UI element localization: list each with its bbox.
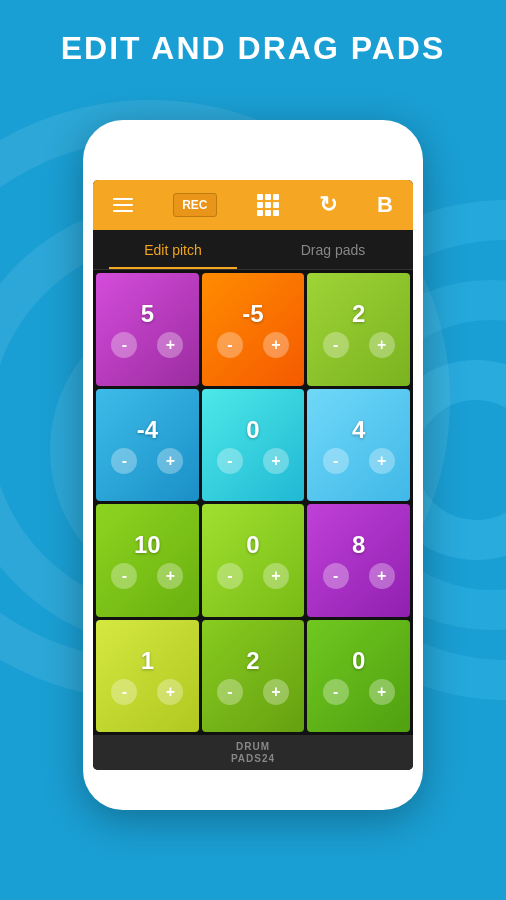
pad-2[interactable]: -5-+: [202, 273, 305, 386]
brand-line2: PADS24: [231, 753, 275, 764]
brand-text: DRUM PADS24: [231, 741, 275, 765]
pad-11[interactable]: 2-+: [202, 620, 305, 733]
pad-value-1: 5: [141, 300, 154, 328]
pad-controls-9: -+: [323, 563, 395, 589]
pad-1[interactable]: 5-+: [96, 273, 199, 386]
hamburger-line-1: [113, 198, 133, 200]
pad-minus-3[interactable]: -: [323, 332, 349, 358]
pad-minus-10[interactable]: -: [111, 679, 137, 705]
pad-value-2: -5: [242, 300, 263, 328]
pad-plus-3[interactable]: +: [369, 332, 395, 358]
bottom-bar: DRUM PADS24: [93, 735, 413, 770]
pad-value-10: 1: [141, 647, 154, 675]
pad-plus-7[interactable]: +: [157, 563, 183, 589]
grid-dot: [265, 194, 271, 200]
grid-dot: [273, 194, 279, 200]
page-title: EDIT AND DRAG PADS: [0, 30, 506, 67]
pad-plus-4[interactable]: +: [157, 448, 183, 474]
menu-button[interactable]: [113, 198, 133, 212]
pad-value-4: -4: [137, 416, 158, 444]
pad-minus-6[interactable]: -: [323, 448, 349, 474]
grid-dot: [273, 210, 279, 216]
pad-controls-11: -+: [217, 679, 289, 705]
pad-plus-8[interactable]: +: [263, 563, 289, 589]
pad-value-7: 10: [134, 531, 161, 559]
pad-8[interactable]: 0-+: [202, 504, 305, 617]
grid-dot: [265, 210, 271, 216]
hamburger-line-3: [113, 210, 133, 212]
pad-value-8: 0: [246, 531, 259, 559]
pad-6[interactable]: 4-+: [307, 389, 410, 502]
pad-controls-5: -+: [217, 448, 289, 474]
grid-dot: [257, 202, 263, 208]
grid-dot: [273, 202, 279, 208]
pad-9[interactable]: 8-+: [307, 504, 410, 617]
pad-7[interactable]: 10-+: [96, 504, 199, 617]
pad-value-11: 2: [246, 647, 259, 675]
tab-edit-pitch[interactable]: Edit pitch: [93, 230, 253, 269]
pad-value-12: 0: [352, 647, 365, 675]
pad-minus-9[interactable]: -: [323, 563, 349, 589]
pad-minus-12[interactable]: -: [323, 679, 349, 705]
pad-12[interactable]: 0-+: [307, 620, 410, 733]
pad-value-9: 8: [352, 531, 365, 559]
pad-controls-8: -+: [217, 563, 289, 589]
pad-plus-11[interactable]: +: [263, 679, 289, 705]
pad-value-5: 0: [246, 416, 259, 444]
pad-minus-1[interactable]: -: [111, 332, 137, 358]
hamburger-icon: [113, 198, 133, 212]
grid-button[interactable]: [257, 194, 279, 216]
tab-bar: Edit pitch Drag pads: [93, 230, 413, 270]
brand-line1: DRUM: [236, 741, 270, 752]
pad-plus-5[interactable]: +: [263, 448, 289, 474]
pad-4[interactable]: -4-+: [96, 389, 199, 502]
phone-screen: REC ↻ B Edit pitch Drag pads: [93, 180, 413, 770]
pad-plus-10[interactable]: +: [157, 679, 183, 705]
toolbar: REC ↻ B: [93, 180, 413, 230]
pad-minus-11[interactable]: -: [217, 679, 243, 705]
pad-plus-12[interactable]: +: [369, 679, 395, 705]
hamburger-line-2: [113, 204, 133, 206]
grid-dot: [265, 202, 271, 208]
phone-mockup: REC ↻ B Edit pitch Drag pads: [83, 120, 423, 810]
pad-plus-9[interactable]: +: [369, 563, 395, 589]
pad-controls-10: -+: [111, 679, 183, 705]
refresh-button[interactable]: ↻: [319, 192, 337, 218]
pad-controls-6: -+: [323, 448, 395, 474]
pad-controls-2: -+: [217, 332, 289, 358]
pad-minus-4[interactable]: -: [111, 448, 137, 474]
pads-grid: 5-+-5-+2-+-4-+0-+4-+10-+0-+8-+1-+2-+0-+: [93, 270, 413, 735]
pad-value-6: 4: [352, 416, 365, 444]
grid-icon: [257, 194, 279, 216]
rec-button[interactable]: REC: [173, 193, 216, 217]
pad-plus-6[interactable]: +: [369, 448, 395, 474]
pad-minus-7[interactable]: -: [111, 563, 137, 589]
pad-5[interactable]: 0-+: [202, 389, 305, 502]
pad-controls-12: -+: [323, 679, 395, 705]
pad-plus-1[interactable]: +: [157, 332, 183, 358]
pad-minus-5[interactable]: -: [217, 448, 243, 474]
pad-value-3: 2: [352, 300, 365, 328]
pad-minus-8[interactable]: -: [217, 563, 243, 589]
grid-dot: [257, 194, 263, 200]
pad-controls-4: -+: [111, 448, 183, 474]
tab-drag-pads[interactable]: Drag pads: [253, 230, 413, 269]
b-button[interactable]: B: [377, 192, 393, 218]
pad-controls-7: -+: [111, 563, 183, 589]
pad-controls-3: -+: [323, 332, 395, 358]
pad-controls-1: -+: [111, 332, 183, 358]
pad-minus-2[interactable]: -: [217, 332, 243, 358]
pad-3[interactable]: 2-+: [307, 273, 410, 386]
grid-dot: [257, 210, 263, 216]
pad-10[interactable]: 1-+: [96, 620, 199, 733]
pad-plus-2[interactable]: +: [263, 332, 289, 358]
